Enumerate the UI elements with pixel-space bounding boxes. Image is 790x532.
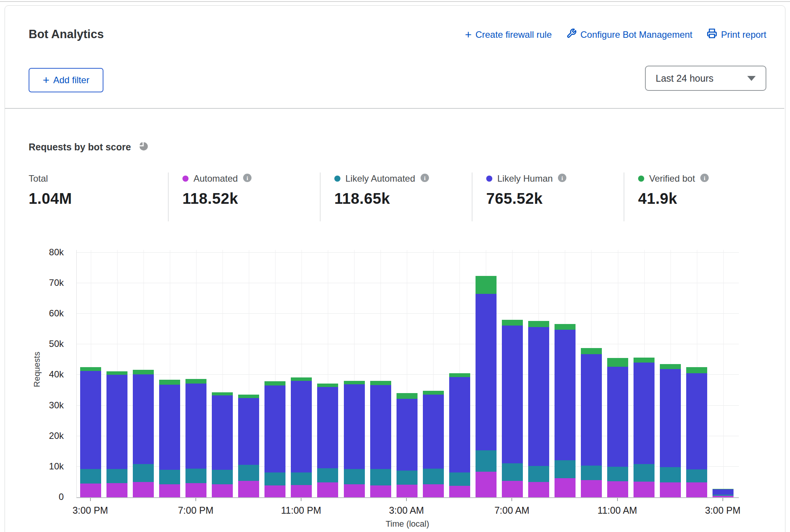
stat-separator (624, 172, 624, 221)
section-title-row: Requests by bot score (29, 140, 150, 154)
bar-segment-automated (185, 483, 206, 497)
bar-segment-automated (660, 482, 681, 497)
bar-segment-likely-human (238, 398, 259, 465)
bar-segment-automated (634, 482, 655, 497)
y-tick-label: 20k (36, 430, 64, 441)
bar-segment-verified-bot (80, 367, 101, 371)
bar-segment-likely-automated (607, 467, 628, 481)
x-tick-label: 11:00 PM (255, 505, 347, 516)
time-range-select[interactable]: Last 24 hours (645, 66, 766, 91)
x-tick-label: 3:00 AM (361, 505, 452, 516)
bar-segment-verified-bot (106, 371, 127, 375)
bar-segment-verified-bot (133, 370, 154, 374)
bar-segment-likely-human (423, 395, 444, 469)
bar-segment-likely-human (476, 294, 497, 450)
stat-likely-human-value: 765.52k (486, 190, 624, 207)
page-top-rule (0, 1, 790, 2)
configure-bot-management-link[interactable]: Configure Bot Management (566, 28, 693, 41)
create-firewall-rule-link[interactable]: + Create firewall rule (465, 29, 552, 40)
bar-segment-likely-human (502, 326, 523, 464)
stat-total-label: Total (29, 173, 48, 184)
legend-dot-automated (182, 176, 189, 182)
stat-automated: Automated i 118.52k (182, 172, 320, 207)
bar-segment-likely-human (397, 399, 418, 471)
bar-segment-likely-automated (317, 468, 338, 482)
bar-segment-likely-human (634, 363, 655, 464)
bar-segment-verified-bot (476, 276, 497, 293)
header-actions: + Create firewall rule Configure Bot Man… (465, 28, 766, 41)
add-filter-label: Add filter (53, 75, 89, 85)
x-tick-label: 11:00 AM (572, 505, 663, 516)
x-tick-mark (722, 498, 723, 501)
bar-segment-automated (106, 483, 127, 497)
bar-segment-automated (502, 481, 523, 497)
bar-segment-verified-bot (607, 358, 628, 366)
bar-segment-likely-human (133, 374, 154, 464)
legend-dot-likely-human (486, 176, 492, 182)
bar (449, 373, 470, 497)
bar-segment-likely-human (80, 371, 101, 469)
bar-segment-likely-human (686, 373, 707, 470)
info-icon[interactable]: i (558, 173, 567, 184)
bar (317, 384, 338, 497)
bar-segment-verified-bot (238, 395, 259, 398)
add-filter-button[interactable]: + Add filter (29, 68, 103, 92)
h-gridline (77, 313, 739, 314)
print-report-link[interactable]: Print report (707, 28, 766, 41)
x-tick-mark (301, 498, 301, 501)
bar-segment-verified-bot (449, 373, 470, 377)
x-tick-label: 3:00 PM (677, 505, 769, 516)
stat-total: Total 1.04M (29, 172, 166, 207)
plus-icon: + (465, 30, 472, 39)
bar-segment-likely-automated (370, 469, 391, 485)
stat-separator (472, 172, 472, 221)
bar-segment-likely-automated (686, 469, 707, 482)
h-gridline (77, 252, 739, 253)
plot-area (76, 250, 739, 498)
bar (686, 367, 707, 497)
info-icon[interactable]: i (700, 173, 709, 184)
bar-segment-likely-human (713, 489, 734, 495)
stat-separator (168, 172, 169, 221)
bar-segment-likely-human (264, 385, 285, 472)
card-divider (5, 108, 784, 109)
bar-segment-verified-bot (344, 381, 365, 385)
stat-verified-bot-value: 41.9k (638, 190, 775, 207)
svg-text:i: i (424, 175, 426, 181)
bar-segment-likely-human (607, 367, 628, 467)
bar-segment-automated (370, 485, 391, 497)
bar-segment-verified-bot (291, 377, 312, 381)
bar-segment-likely-automated (581, 466, 602, 480)
bar-segment-verified-bot (370, 381, 391, 385)
bar-segment-automated (133, 482, 154, 497)
wrench-icon (566, 28, 577, 41)
bar-segment-automated (581, 480, 602, 497)
bar-segment-verified-bot (502, 320, 523, 325)
bar-segment-likely-human (528, 327, 549, 466)
bar-segment-likely-automated (291, 472, 312, 485)
stat-likely-automated-value: 118.65k (334, 190, 472, 207)
x-tick-label: 3:00 PM (45, 505, 136, 516)
bar-segment-automated (212, 484, 233, 497)
bar-segment-likely-human (291, 381, 312, 472)
bar-segment-verified-bot (212, 392, 233, 395)
y-tick-label: 0 (36, 492, 64, 502)
stat-verified-bot: Verified bot i 41.9k (638, 172, 775, 207)
create-firewall-rule-label: Create firewall rule (476, 29, 552, 40)
bar-segment-likely-automated (159, 470, 180, 484)
bar-segment-likely-human (370, 385, 391, 469)
bar (397, 393, 418, 497)
info-icon[interactable]: i (420, 173, 429, 184)
stat-total-value: 1.04M (29, 190, 166, 207)
stat-separator (320, 172, 321, 221)
bar-segment-automated (397, 485, 418, 497)
bar (581, 348, 602, 497)
legend-dot-likely-automated (334, 176, 340, 182)
bar (528, 321, 549, 497)
y-tick-label: 40k (36, 369, 64, 380)
v-gridline (723, 250, 724, 497)
info-icon[interactable]: i (243, 173, 252, 184)
bar-segment-automated (476, 472, 497, 497)
bar (133, 370, 154, 497)
y-tick-label: 60k (36, 308, 64, 319)
